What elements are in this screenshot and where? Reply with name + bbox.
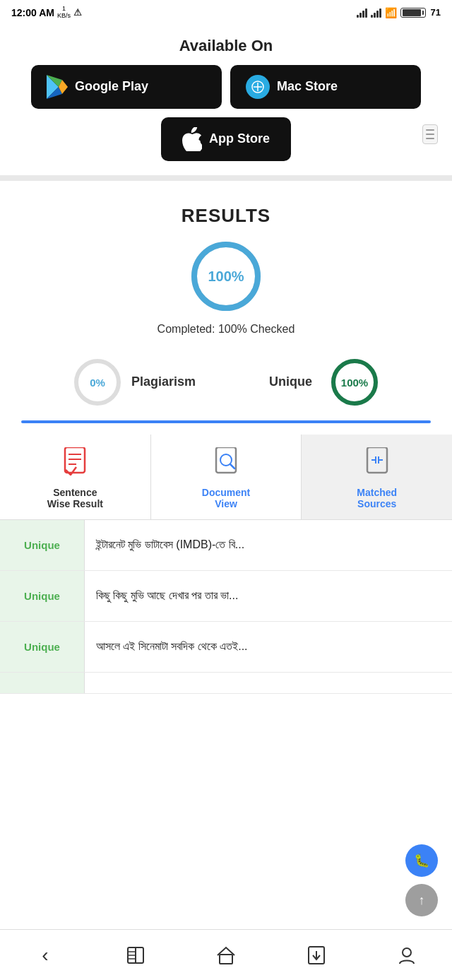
nav-home-button[interactable] — [208, 937, 244, 974]
tab-matched-label: MatchedSources — [357, 487, 397, 509]
mac-store-label: Mac Store — [277, 79, 338, 94]
result-text-1: কিছু কিছু মুভি আছে দেখার পর তার ভা... — [85, 571, 452, 621]
scroll-to-top-button[interactable]: ↑ — [405, 884, 438, 916]
unique-circle: 100% — [329, 357, 380, 408]
scroll-handle[interactable] — [422, 124, 438, 144]
google-play-button[interactable]: Google Play — [31, 65, 222, 109]
svg-rect-15 — [216, 447, 236, 473]
result-item-0: Unique ইন্টারনেট মুভি ডাটাবেস (IMDB)-তে … — [0, 520, 452, 571]
mac-store-button[interactable]: Mac Store — [230, 65, 421, 109]
battery-indicator — [400, 8, 426, 18]
google-play-icon — [47, 75, 68, 99]
signal-bars-2 — [371, 8, 381, 18]
result-item-1: Unique কিছু কিছু মুভি আছে দেখার পর তার ভ… — [0, 571, 452, 622]
download-icon — [307, 945, 326, 965]
bottom-nav: ‹ — [0, 929, 452, 980]
progress-bar-full — [21, 420, 431, 423]
progress-percent-large: 100% — [208, 268, 244, 284]
book-icon — [126, 945, 145, 965]
nav-bookmarks-button[interactable] — [117, 937, 154, 974]
app-store-button[interactable]: App Store — [161, 117, 291, 161]
apple-icon — [182, 127, 202, 151]
app-store-label: App Store — [209, 131, 270, 146]
mac-store-icon — [246, 75, 270, 99]
status-data-speed: 1 KB/s — [57, 6, 71, 20]
google-play-label: Google Play — [75, 79, 148, 94]
tab-document-label: DocumentView — [202, 487, 250, 509]
progress-circle-large: 100% — [191, 241, 261, 312]
tab-matched-sources[interactable]: MatchedSources — [302, 435, 452, 519]
unique-percent: 100% — [341, 376, 368, 388]
result-text-3 — [85, 673, 452, 693]
tabs-row: SentenceWise Result DocumentView Matched… — [0, 435, 452, 520]
result-text-2: আসলে এই সিনেমাটা সবদিক থেকে এতই... — [85, 622, 452, 672]
tab-sentence-label: SentenceWise Result — [47, 487, 103, 509]
sentence-icon — [62, 447, 88, 481]
result-item-3 — [0, 673, 452, 694]
nav-profile-button[interactable] — [388, 937, 425, 974]
svg-rect-18 — [367, 447, 387, 473]
matched-icon — [364, 447, 390, 481]
warning-icon: ⚠ — [73, 7, 82, 18]
unique-item: Unique 100% — [269, 357, 380, 408]
available-title: Available On — [21, 37, 431, 55]
status-bar: 12:00 AM 1 KB/s ⚠ 📶 71 — [0, 0, 452, 23]
results-list: Unique ইন্টারনেট মুভি ডাটাবেস (IMDB)-তে … — [0, 520, 452, 694]
result-badge-0: Unique — [0, 520, 85, 570]
result-badge-3 — [0, 673, 85, 693]
available-section: Available On Google Play Mac Store — [0, 23, 452, 168]
tab-document-view[interactable]: DocumentView — [151, 435, 302, 519]
tab-sentence-wise[interactable]: SentenceWise Result — [0, 435, 151, 519]
svg-point-31 — [403, 948, 411, 957]
plagiarism-percent: 0% — [90, 376, 105, 388]
results-section: RESULTS 100% Completed: 100% Checked 0% … — [0, 188, 452, 435]
fab-row: 🐛 ↑ — [405, 844, 438, 916]
store-row-top: Google Play Mac Store — [21, 65, 431, 109]
result-badge-1: Unique — [0, 571, 85, 621]
nav-back-button[interactable]: ‹ — [27, 937, 64, 974]
svg-line-17 — [230, 464, 234, 468]
result-text-0: ইন্টারনেট মুভি ডাটাবেস (IMDB)-তে বি... — [85, 520, 452, 570]
wifi-icon: 📶 — [385, 7, 397, 18]
results-title: RESULTS — [21, 205, 431, 227]
nav-download-button[interactable] — [298, 937, 335, 974]
plagiarism-label: Plagiarism — [131, 374, 196, 389]
bug-report-button[interactable]: 🐛 — [405, 844, 438, 877]
plagiarism-item: 0% Plagiarism — [72, 357, 196, 408]
status-time: 12:00 AM — [11, 7, 54, 18]
status-right: 📶 71 — [357, 7, 441, 18]
completed-text: Completed: 100% Checked — [21, 323, 431, 336]
document-icon — [213, 447, 239, 481]
home-icon — [216, 945, 236, 965]
plagiarism-row: 0% Plagiarism Unique 100% — [21, 350, 431, 415]
unique-label: Unique — [269, 374, 312, 389]
plagiarism-circle: 0% — [72, 357, 123, 408]
result-badge-2: Unique — [0, 622, 85, 672]
svg-rect-28 — [220, 955, 232, 964]
battery-percent: 71 — [431, 7, 441, 18]
signal-bars-1 — [357, 8, 367, 18]
profile-icon — [397, 945, 417, 965]
section-divider — [0, 175, 452, 181]
status-left: 12:00 AM 1 KB/s ⚠ — [11, 6, 82, 20]
back-icon: ‹ — [42, 944, 48, 967]
result-item-2: Unique আসলে এই সিনেমাটা সবদিক থেকে এতই..… — [0, 622, 452, 673]
